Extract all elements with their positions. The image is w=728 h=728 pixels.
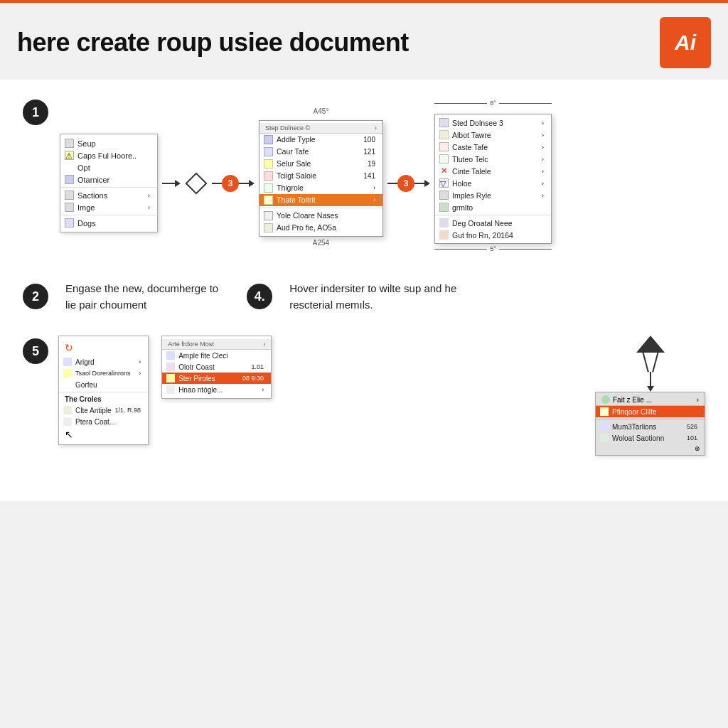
step5-pointer-menu: Fait z Elie ... › Pfinqoor Clllfe Mum3Ta… xyxy=(595,392,705,456)
aud-icon xyxy=(264,223,273,232)
cinte-icon: ✕ xyxy=(439,166,449,176)
arrow-1 xyxy=(162,180,181,187)
list-item: Seup xyxy=(60,137,157,149)
list-item: Caur Tafe121 xyxy=(259,146,382,158)
mid-label-top: A45° xyxy=(314,107,329,115)
arrow-3: 3 xyxy=(387,175,430,192)
ptera-icon xyxy=(63,417,72,426)
divider xyxy=(435,215,551,215)
header: here create roup usiee document Ai xyxy=(0,0,728,80)
step-4-badge: 4. xyxy=(247,284,272,309)
separator xyxy=(596,419,705,419)
list-item: Sactions› xyxy=(60,189,157,201)
menu-header: Step Dolnece ©› xyxy=(259,123,382,134)
opt-icon xyxy=(65,163,74,172)
tri-icon xyxy=(264,183,273,193)
list-item: Thigrole› xyxy=(259,182,382,194)
step-2-badge: 2 xyxy=(23,284,48,309)
divider xyxy=(59,392,148,392)
tafe-icon xyxy=(264,147,273,156)
pointer-legs xyxy=(645,351,656,373)
type-icon xyxy=(264,135,273,144)
img-icon xyxy=(65,203,74,212)
page-title: here create roup usiee document xyxy=(17,28,409,58)
step-1-row: 1 Seup ⚠ Caps Ful Hoore.. Opt xyxy=(23,97,705,252)
list-item: Olotr Coast1.01 xyxy=(162,361,271,373)
pointer-top xyxy=(636,336,665,353)
ai-badge: Ai xyxy=(660,17,711,68)
pointer-menu-header: Fait z Elie ... › xyxy=(596,394,705,406)
list-item: Imples Ryle› xyxy=(435,189,551,201)
cursor-icon: ↖ xyxy=(59,427,148,441)
list-item: Ster Piroles08 9:30 xyxy=(162,373,271,384)
list-item: Mum3Tarlions526 xyxy=(596,421,705,432)
list-item-highlighted: Thate Toitrit› xyxy=(259,194,382,206)
list-item: ✕ Cinte Talele› xyxy=(435,165,551,177)
caste-icon xyxy=(439,142,449,151)
list-item: Albot Tawre› xyxy=(435,129,551,141)
list-item: Opt xyxy=(60,161,157,173)
olotr-icon xyxy=(166,363,175,371)
step-5-badge: 5 xyxy=(23,338,48,364)
gofeu-icon xyxy=(63,380,72,389)
yo-icon xyxy=(264,211,273,220)
list-item: ⚠ Caps Ful Hoore.. xyxy=(60,149,157,161)
list-item: Tsaol Doreralinrons› xyxy=(59,368,148,379)
deg-icon xyxy=(439,218,449,228)
sted-icon xyxy=(439,118,449,127)
diamond-node xyxy=(185,172,208,195)
imples-icon xyxy=(439,191,449,200)
holoe-icon: ▽ xyxy=(439,178,449,188)
hnao-icon xyxy=(166,385,175,394)
list-item: Ptera Coat... xyxy=(59,416,148,427)
mid-label-bottom: A254 xyxy=(259,239,383,247)
pointer-arrowhead xyxy=(647,386,654,392)
doc-icon xyxy=(65,139,74,148)
list-item: Caste Tafe› xyxy=(435,141,551,153)
tgt-icon xyxy=(264,171,273,181)
divider xyxy=(60,215,157,215)
step1-right-menu: Sted Dolnsee 3› Albot Tawre› Caste Tafe› xyxy=(434,114,552,244)
ample-icon xyxy=(166,351,175,360)
croles-header: The Croles xyxy=(59,394,148,405)
grmt-icon xyxy=(439,203,449,212)
refresh-icon: ↻ xyxy=(59,339,148,356)
list-item: ▽ Holoe› xyxy=(435,177,551,189)
step-1-badge: 1 xyxy=(23,100,48,125)
sale-icon xyxy=(264,159,273,168)
step5-pointer-area: Fait z Elie ... › Pfinqoor Clllfe Mum3Ta… xyxy=(595,336,705,456)
step-4-text: Hover indersiter to wilte sup and he res… xyxy=(289,281,456,313)
char-icon xyxy=(65,175,74,184)
mum3-icon xyxy=(600,422,609,431)
gut-icon xyxy=(439,230,449,240)
divider xyxy=(60,187,157,188)
ster-icon xyxy=(166,374,175,382)
dim-top: 8° xyxy=(434,100,552,107)
step-5-row: 5 ↻ Arigrd› Tsaol Doreralinrons› Gorfeu xyxy=(23,336,705,456)
dim-bottom: 5° xyxy=(434,245,552,252)
step1-mid-menu-wrapper: A45° Step Dolnece ©› Addle Typle100 Caur… xyxy=(259,120,383,247)
list-item: Woloat Saotionn101 xyxy=(596,432,705,444)
step1-left-menu: Seup ⚠ Caps Ful Hoore.. Opt Otarnicer xyxy=(60,134,158,232)
tsaol-icon xyxy=(63,369,72,378)
pointer-stem xyxy=(650,372,651,386)
circle-node-3: 3 xyxy=(222,175,239,192)
step-2-text-area: Engase the new, documherge to lie pair c… xyxy=(65,281,218,313)
list-item: Ample fite Cleci xyxy=(162,350,271,361)
list-item: Clte Antiple1/1. R.98 xyxy=(59,405,148,416)
list-item: Yole Cloare Nases xyxy=(259,210,382,222)
step-2-text: Engase the new, documherge to lie pair c… xyxy=(65,281,218,313)
arigrd-icon xyxy=(63,358,72,366)
step-4-block: 4. Hover indersiter to wilte sup and he … xyxy=(247,281,705,313)
step5-left-menu: ↻ Arigrd› Tsaol Doreralinrons› Gorfeu Th… xyxy=(58,336,149,445)
list-item: Dogs xyxy=(60,217,157,229)
list-item: Tciigt Saloie141 xyxy=(259,170,382,182)
list-item: Addle Typle100 xyxy=(259,134,382,146)
step1-mid-menu: Step Dolnece ©› Addle Typle100 Caur Tafe… xyxy=(259,120,383,237)
list-item: Imge› xyxy=(60,201,157,213)
fait-icon xyxy=(601,395,610,404)
step-1-diagram: Seup ⚠ Caps Ful Hoore.. Opt Otarnicer xyxy=(60,97,705,252)
step-5-content: ↻ Arigrd› Tsaol Doreralinrons› Gorfeu Th… xyxy=(58,336,705,456)
list-item: grmlto xyxy=(435,201,551,213)
sect-icon xyxy=(65,191,74,200)
